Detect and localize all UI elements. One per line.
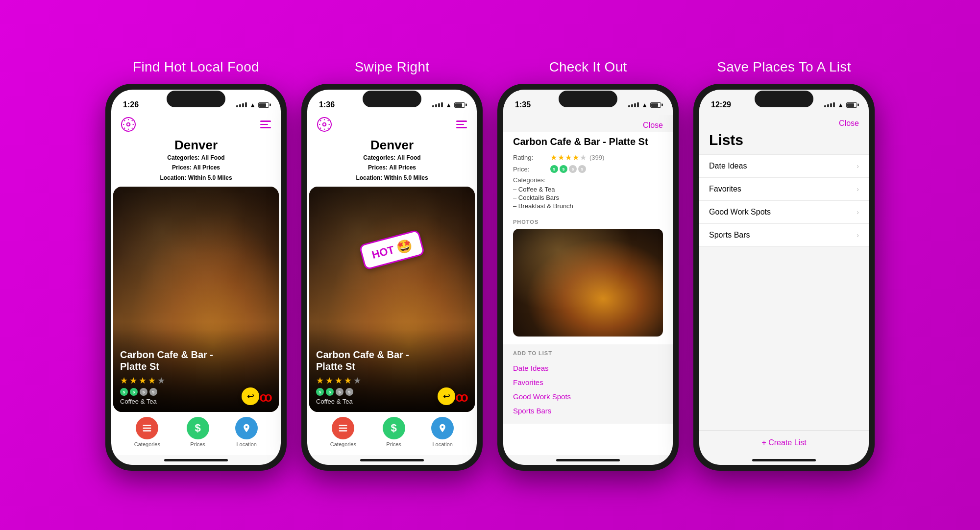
location-val-1: Within 5.0 Miles	[188, 174, 232, 181]
add-to-list-section: ADD TO LIST Date Ideas Favorites Good Wo…	[503, 344, 673, 424]
rating-label: Rating:	[513, 154, 547, 161]
phone2-inner: 1:36 ▲	[307, 90, 477, 465]
cat-item-2: – Cocktails Bars	[513, 193, 663, 202]
nav-location-1[interactable]: Location	[235, 417, 258, 447]
app-header-1	[111, 115, 281, 136]
star5: ★	[157, 375, 166, 386]
phone4-inner: 12:29 ▲ Close Lists Dat	[699, 90, 869, 465]
create-list-btn[interactable]: + Create List	[699, 430, 869, 455]
screen4-title: Save Places To A List	[717, 59, 851, 75]
home-indicator-2	[307, 455, 477, 465]
home-bar-1	[164, 459, 228, 461]
photos-section: PHOTOS	[503, 214, 673, 340]
battery-3	[650, 102, 661, 108]
list-name-fav: Favorites	[709, 185, 741, 193]
battery-1	[258, 102, 269, 108]
card-stars-1: ★ ★ ★ ★ ★	[120, 375, 272, 386]
prices-val-1: All Prices	[193, 164, 220, 171]
signal-3	[628, 102, 639, 107]
wifi-2: ▲	[445, 101, 452, 109]
list-link-sports[interactable]: Sports Bars	[513, 404, 663, 418]
list-link-favorites[interactable]: Favorites	[513, 375, 663, 389]
svg-point-1	[323, 123, 326, 126]
home-indicator-1	[111, 455, 281, 465]
menu-icon-1[interactable]	[260, 120, 271, 128]
refresh-btn-1[interactable]: ↩	[242, 387, 259, 405]
nav-icon-location-1	[235, 417, 258, 439]
nav-icon-categories-1	[136, 417, 158, 439]
pd4: $	[149, 388, 157, 396]
signal-2	[432, 102, 443, 107]
battery-4	[846, 102, 857, 108]
star2: ★	[129, 375, 138, 386]
star4: ★	[148, 375, 156, 386]
close-btn-3[interactable]: Close	[643, 121, 663, 130]
card-stars-2: ★ ★ ★ ★ ★	[316, 375, 468, 386]
screen3-wrapper: Check It Out 1:35 ▲ Close	[497, 59, 679, 471]
nav-label-loc-1: Location	[236, 441, 257, 447]
phone1: 1:26 ▲	[105, 84, 287, 471]
chevron-work: ›	[857, 208, 859, 216]
dynamic-island-4	[755, 91, 813, 107]
wifi-4: ▲	[837, 101, 844, 109]
menu-line-2	[260, 124, 268, 125]
list-link-good-work[interactable]: Good Work Spots	[513, 389, 663, 404]
price-label: Price:	[513, 166, 547, 173]
prices-label-1: Prices:	[172, 164, 192, 171]
phone3: 1:35 ▲ Close Carbon Cafe & Bar - Platte …	[497, 84, 679, 471]
list-link-date-ideas[interactable]: Date Ideas	[513, 361, 663, 375]
close-btn-4[interactable]: Close	[839, 119, 859, 128]
card-name-2: Carbon Cafe & Bar -Platte St	[316, 349, 468, 372]
cat-item-1: – Coffee & Tea	[513, 185, 663, 193]
city-name-2: Denver	[317, 138, 467, 153]
phone3-inner: 1:35 ▲ Close Carbon Cafe & Bar - Platte …	[503, 90, 673, 465]
chevron-date: ›	[857, 162, 859, 170]
city-meta-1: Categories: All Food Prices: All Prices …	[121, 153, 271, 183]
bottom-nav-2: Categories $ Prices Location	[307, 412, 477, 455]
list-row-favorites[interactable]: Favorites ›	[699, 178, 869, 201]
chevron-sports: ›	[857, 231, 859, 239]
gear-icon-2[interactable]	[317, 117, 332, 132]
detail-count: (399)	[589, 154, 604, 161]
location-label-1: Location:	[160, 174, 186, 181]
city-name-1: Denver	[121, 138, 271, 153]
detail-photo	[513, 229, 663, 337]
chevron-fav: ›	[857, 185, 859, 193]
nav-prices-1[interactable]: $ Prices	[187, 417, 209, 447]
signal-4	[824, 102, 835, 107]
time-2: 1:36	[319, 100, 335, 109]
lists-title: Lists	[699, 130, 869, 154]
detail-stars: ★ ★ ★ ★ ★	[550, 153, 587, 162]
food-card-2[interactable]: HOT 🤩 Carbon Cafe & Bar -Platte St ★ ★ ★…	[309, 187, 475, 412]
menu-line-3	[260, 127, 271, 128]
list-row-good-work[interactable]: Good Work Spots ›	[699, 201, 869, 224]
food-card-1[interactable]: Carbon Cafe & Bar -Platte St ★ ★ ★ ★ ★ $…	[113, 187, 279, 412]
categories-val-1: All Food	[201, 154, 225, 161]
phone1-inner: 1:26 ▲	[111, 90, 281, 465]
nav-prices-2[interactable]: $ Prices	[383, 417, 405, 447]
screen2-wrapper: Swipe Right 1:36 ▲	[301, 59, 483, 471]
list-row-date-ideas[interactable]: Date Ideas ›	[699, 154, 869, 178]
app-header-2	[307, 115, 477, 136]
refresh-btn-2[interactable]: ↩	[438, 387, 455, 405]
nav-label-price-1: Prices	[190, 441, 205, 447]
photos-label: PHOTOS	[513, 219, 663, 225]
time-1: 1:26	[123, 100, 139, 109]
nav-categories-1[interactable]: Categories	[134, 417, 160, 447]
dynamic-island-2	[363, 91, 421, 107]
phone4: 12:29 ▲ Close Lists Dat	[693, 84, 875, 471]
categories-label-1: Categories:	[167, 154, 199, 161]
list-row-sports[interactable]: Sports Bars ›	[699, 224, 869, 247]
sig-d3	[242, 103, 244, 107]
add-to-list-label: ADD TO LIST	[513, 350, 663, 356]
status-icons-4: ▲	[824, 101, 857, 109]
nav-categories-2[interactable]: Categories	[330, 417, 356, 447]
nav-location-2[interactable]: Location	[431, 417, 454, 447]
menu-line-1	[260, 120, 271, 122]
nav-icon-prices-1: $	[187, 417, 209, 439]
gear-icon-1[interactable]	[121, 117, 136, 132]
menu-icon-2[interactable]	[456, 120, 467, 128]
detail-price-dots: $ $ $ $	[550, 165, 586, 173]
time-3: 1:35	[515, 100, 531, 109]
city-meta-2: Categories: All Food Prices: All Prices …	[317, 153, 467, 183]
